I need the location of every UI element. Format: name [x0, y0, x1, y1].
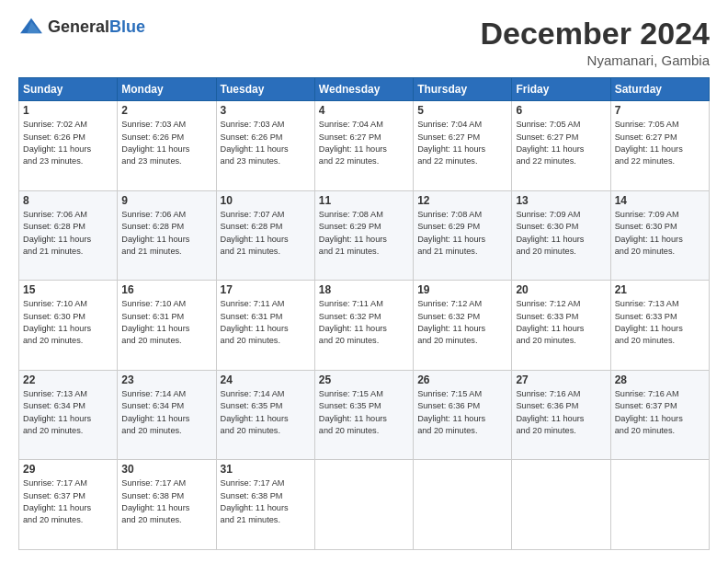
- weekday-header-wednesday: Wednesday: [314, 78, 413, 101]
- day-number: 31: [221, 463, 311, 476]
- day-info: Sunrise: 7:09 AM Sunset: 6:30 PM Dayligh…: [516, 209, 606, 258]
- day-number: 17: [221, 283, 311, 296]
- day-number: 1: [23, 104, 113, 117]
- calendar-cell: 21Sunrise: 7:13 AM Sunset: 6:33 PM Dayli…: [610, 281, 709, 371]
- calendar-week-row: 22Sunrise: 7:13 AM Sunset: 6:34 PM Dayli…: [19, 370, 710, 460]
- weekday-header-saturday: Saturday: [610, 78, 709, 101]
- calendar-cell: 5Sunrise: 7:04 AM Sunset: 6:27 PM Daylig…: [414, 101, 512, 191]
- day-number: 27: [516, 373, 606, 386]
- calendar-cell: 7Sunrise: 7:05 AM Sunset: 6:27 PM Daylig…: [610, 101, 709, 191]
- day-info: Sunrise: 7:10 AM Sunset: 6:30 PM Dayligh…: [23, 298, 113, 347]
- calendar-cell: [610, 460, 709, 550]
- logo-icon: [18, 17, 44, 37]
- day-number: 2: [121, 104, 211, 117]
- day-number: 22: [23, 373, 113, 386]
- calendar-cell: 17Sunrise: 7:11 AM Sunset: 6:31 PM Dayli…: [216, 281, 314, 371]
- day-info: Sunrise: 7:14 AM Sunset: 6:35 PM Dayligh…: [221, 388, 311, 437]
- day-info: Sunrise: 7:17 AM Sunset: 6:38 PM Dayligh…: [221, 477, 311, 526]
- calendar-cell: 13Sunrise: 7:09 AM Sunset: 6:30 PM Dayli…: [512, 190, 610, 281]
- day-info: Sunrise: 7:13 AM Sunset: 6:34 PM Dayligh…: [23, 388, 113, 437]
- calendar-cell: 31Sunrise: 7:17 AM Sunset: 6:38 PM Dayli…: [216, 460, 314, 550]
- calendar-cell: 1Sunrise: 7:02 AM Sunset: 6:26 PM Daylig…: [19, 101, 118, 191]
- day-number: 10: [221, 194, 311, 207]
- day-info: Sunrise: 7:11 AM Sunset: 6:32 PM Dayligh…: [319, 298, 409, 347]
- logo-blue: Blue: [109, 17, 145, 36]
- day-info: Sunrise: 7:10 AM Sunset: 6:31 PM Dayligh…: [121, 298, 211, 347]
- calendar-week-row: 1Sunrise: 7:02 AM Sunset: 6:26 PM Daylig…: [19, 101, 710, 191]
- location: Nyamanari, Gambia: [480, 52, 710, 68]
- calendar-cell: 28Sunrise: 7:16 AM Sunset: 6:37 PM Dayli…: [610, 370, 709, 460]
- day-number: 14: [615, 194, 705, 207]
- day-info: Sunrise: 7:12 AM Sunset: 6:32 PM Dayligh…: [417, 298, 507, 347]
- day-number: 18: [319, 283, 409, 296]
- calendar-cell: 10Sunrise: 7:07 AM Sunset: 6:28 PM Dayli…: [216, 190, 314, 281]
- day-number: 9: [121, 194, 211, 207]
- day-info: Sunrise: 7:17 AM Sunset: 6:37 PM Dayligh…: [23, 477, 113, 526]
- day-info: Sunrise: 7:14 AM Sunset: 6:34 PM Dayligh…: [121, 388, 211, 437]
- header: GeneralBlue December 2024 Nyamanari, Gam…: [18, 17, 710, 68]
- calendar-cell: 22Sunrise: 7:13 AM Sunset: 6:34 PM Dayli…: [19, 370, 118, 460]
- weekday-header-thursday: Thursday: [414, 78, 512, 101]
- day-info: Sunrise: 7:04 AM Sunset: 6:27 PM Dayligh…: [319, 119, 409, 167]
- day-info: Sunrise: 7:05 AM Sunset: 6:27 PM Dayligh…: [615, 119, 705, 167]
- day-info: Sunrise: 7:17 AM Sunset: 6:38 PM Dayligh…: [121, 477, 211, 526]
- calendar-cell: 9Sunrise: 7:06 AM Sunset: 6:28 PM Daylig…: [118, 190, 216, 281]
- day-number: 7: [615, 104, 705, 117]
- calendar-cell: 30Sunrise: 7:17 AM Sunset: 6:38 PM Dayli…: [118, 460, 216, 550]
- calendar-cell: 20Sunrise: 7:12 AM Sunset: 6:33 PM Dayli…: [512, 281, 610, 371]
- day-number: 16: [121, 283, 211, 296]
- day-number: 6: [516, 104, 606, 117]
- calendar-cell: 12Sunrise: 7:08 AM Sunset: 6:29 PM Dayli…: [414, 190, 512, 281]
- weekday-header-sunday: Sunday: [19, 78, 118, 101]
- day-number: 5: [417, 104, 507, 117]
- day-info: Sunrise: 7:05 AM Sunset: 6:27 PM Dayligh…: [516, 119, 606, 167]
- calendar-week-row: 8Sunrise: 7:06 AM Sunset: 6:28 PM Daylig…: [19, 190, 710, 281]
- logo: GeneralBlue: [18, 17, 145, 37]
- day-number: 4: [319, 104, 409, 117]
- day-number: 24: [221, 373, 311, 386]
- month-title: December 2024: [480, 17, 710, 51]
- day-info: Sunrise: 7:02 AM Sunset: 6:26 PM Dayligh…: [23, 119, 113, 167]
- day-info: Sunrise: 7:12 AM Sunset: 6:33 PM Dayligh…: [516, 298, 606, 347]
- weekday-header-tuesday: Tuesday: [216, 78, 314, 101]
- day-info: Sunrise: 7:11 AM Sunset: 6:31 PM Dayligh…: [221, 298, 311, 347]
- calendar-cell: 6Sunrise: 7:05 AM Sunset: 6:27 PM Daylig…: [512, 101, 610, 191]
- day-info: Sunrise: 7:15 AM Sunset: 6:35 PM Dayligh…: [319, 388, 409, 437]
- calendar-cell: 16Sunrise: 7:10 AM Sunset: 6:31 PM Dayli…: [118, 281, 216, 371]
- day-info: Sunrise: 7:13 AM Sunset: 6:33 PM Dayligh…: [615, 298, 705, 347]
- calendar-cell: 3Sunrise: 7:03 AM Sunset: 6:26 PM Daylig…: [216, 101, 314, 191]
- title-area: December 2024 Nyamanari, Gambia: [480, 17, 710, 68]
- day-number: 21: [615, 283, 705, 296]
- calendar-cell: 2Sunrise: 7:03 AM Sunset: 6:26 PM Daylig…: [118, 101, 216, 191]
- calendar-table: SundayMondayTuesdayWednesdayThursdayFrid…: [18, 77, 710, 550]
- day-number: 3: [221, 104, 311, 117]
- day-number: 20: [516, 283, 606, 296]
- day-number: 19: [417, 283, 507, 296]
- day-info: Sunrise: 7:15 AM Sunset: 6:36 PM Dayligh…: [417, 388, 507, 437]
- calendar-week-row: 15Sunrise: 7:10 AM Sunset: 6:30 PM Dayli…: [19, 281, 710, 371]
- calendar-cell: 15Sunrise: 7:10 AM Sunset: 6:30 PM Dayli…: [19, 281, 118, 371]
- logo-general: General: [48, 17, 109, 36]
- calendar-cell: 14Sunrise: 7:09 AM Sunset: 6:30 PM Dayli…: [610, 190, 709, 281]
- day-info: Sunrise: 7:16 AM Sunset: 6:36 PM Dayligh…: [516, 388, 606, 437]
- day-number: 30: [121, 463, 211, 476]
- day-info: Sunrise: 7:03 AM Sunset: 6:26 PM Dayligh…: [121, 119, 211, 167]
- day-info: Sunrise: 7:03 AM Sunset: 6:26 PM Dayligh…: [221, 119, 311, 167]
- day-info: Sunrise: 7:06 AM Sunset: 6:28 PM Dayligh…: [23, 209, 113, 258]
- calendar-cell: 23Sunrise: 7:14 AM Sunset: 6:34 PM Dayli…: [118, 370, 216, 460]
- calendar-cell: 4Sunrise: 7:04 AM Sunset: 6:27 PM Daylig…: [314, 101, 413, 191]
- calendar-header-row: SundayMondayTuesdayWednesdayThursdayFrid…: [19, 78, 710, 101]
- day-number: 8: [23, 194, 113, 207]
- calendar-cell: [314, 460, 413, 550]
- weekday-header-monday: Monday: [118, 78, 216, 101]
- day-info: Sunrise: 7:16 AM Sunset: 6:37 PM Dayligh…: [615, 388, 705, 437]
- day-number: 26: [417, 373, 507, 386]
- calendar-week-row: 29Sunrise: 7:17 AM Sunset: 6:37 PM Dayli…: [19, 460, 710, 550]
- calendar-cell: 29Sunrise: 7:17 AM Sunset: 6:37 PM Dayli…: [19, 460, 118, 550]
- weekday-header-friday: Friday: [512, 78, 610, 101]
- day-info: Sunrise: 7:08 AM Sunset: 6:29 PM Dayligh…: [417, 209, 507, 258]
- day-number: 11: [319, 194, 409, 207]
- day-info: Sunrise: 7:06 AM Sunset: 6:28 PM Dayligh…: [121, 209, 211, 258]
- calendar-cell: 26Sunrise: 7:15 AM Sunset: 6:36 PM Dayli…: [414, 370, 512, 460]
- day-number: 13: [516, 194, 606, 207]
